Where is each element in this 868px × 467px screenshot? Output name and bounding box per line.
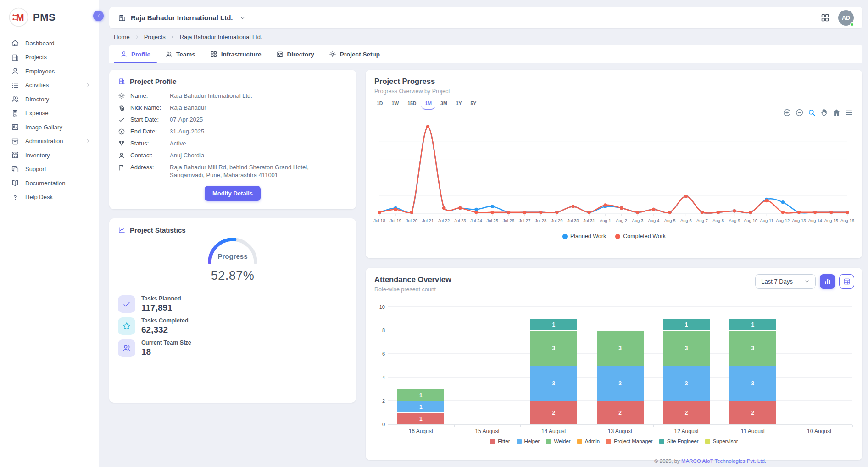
breadcrumb-item-raja-bahadur-international-ltd: Raja Bahadur International Ltd. — [180, 33, 262, 40]
legend-completed-work[interactable]: Completed Work — [615, 233, 666, 239]
app-logo[interactable]: M PMS — [0, 0, 99, 33]
stat-value: 62,332 — [141, 325, 189, 335]
breadcrumb-item-home[interactable]: Home — [114, 33, 130, 40]
magnifier-icon[interactable] — [807, 108, 816, 117]
y-axis-label: 10 — [374, 304, 385, 310]
sidebar-item-dashboard[interactable]: Dashboard — [0, 36, 99, 50]
sidebar-item-employees[interactable]: Employees — [0, 64, 99, 78]
bar-view-toggle[interactable] — [820, 274, 835, 289]
y-axis-label: 4 — [374, 375, 385, 380]
apps-grid-icon[interactable] — [820, 13, 830, 22]
legend-fitter[interactable]: Fitter — [490, 439, 510, 444]
tab-profile[interactable]: Profile — [113, 45, 158, 63]
range-button-1y[interactable]: 1Y — [452, 99, 466, 110]
sidebar-collapse-button[interactable] — [93, 11, 104, 21]
building-icon — [11, 53, 19, 61]
range-button-3m[interactable]: 3M — [437, 99, 451, 110]
legend-site-engineer[interactable]: Site Engineer — [659, 439, 699, 444]
svg-text:Jul 29: Jul 29 — [551, 218, 562, 223]
range-button-1d[interactable]: 1D — [373, 99, 386, 110]
svg-text:Jul 27: Jul 27 — [519, 218, 530, 223]
app-name: PMS — [33, 11, 56, 23]
sidebar-item-directory[interactable]: Directory — [0, 92, 99, 106]
gauge-label: Progress — [204, 252, 261, 260]
bar-chart-legend: FitterHelperWelderAdminProject ManagerSi… — [366, 439, 862, 444]
sidebar-item-inventory[interactable]: Inventory — [0, 148, 99, 162]
svg-text:Jul 28: Jul 28 — [535, 218, 546, 223]
star-icon — [118, 317, 135, 335]
progress-gauge: Progress 52.87% — [109, 235, 356, 283]
y-axis-label: 0 — [374, 422, 385, 427]
tab-teams[interactable]: Teams — [158, 45, 203, 63]
field-label: Address: — [130, 164, 165, 172]
profile-field-contact: Contact:Anuj Chordia — [118, 152, 347, 160]
table-view-toggle[interactable] — [839, 274, 854, 289]
field-value: Raja Bahadur International Ltd. — [170, 92, 252, 100]
sidebar-item-expense[interactable]: Expense — [0, 106, 99, 121]
hand-icon[interactable] — [820, 108, 829, 117]
legend-project-manager[interactable]: Project Manager — [606, 439, 652, 444]
bar-segment-helper: 3 — [530, 366, 577, 401]
sidebar: M PMS DashboardProjectsEmployeesActiviti… — [0, 0, 99, 467]
breadcrumb-item-projects[interactable]: Projects — [144, 33, 166, 40]
svg-text:Aug 6: Aug 6 — [680, 218, 692, 223]
list-icon — [11, 81, 19, 89]
user-avatar[interactable]: AD — [838, 10, 854, 26]
stat-value: 117,891 — [141, 303, 181, 313]
menu-icon[interactable] — [845, 108, 853, 117]
svg-text:Aug 14: Aug 14 — [808, 218, 822, 223]
modify-details-button[interactable]: Modify Details — [205, 186, 261, 201]
sidebar-item-projects[interactable]: Projects — [0, 50, 99, 65]
tab-project-setup[interactable]: Project Setup — [322, 45, 387, 63]
bar-segment-helper: 1 — [397, 401, 444, 413]
sidebar-item-label: Employees — [25, 68, 55, 75]
range-button-15d[interactable]: 15D — [404, 99, 420, 110]
zoom-out-icon[interactable] — [795, 108, 804, 117]
stat-label: Tasks Completed — [141, 317, 189, 324]
svg-text:Aug 8: Aug 8 — [712, 218, 724, 223]
y-axis-label: 6 — [374, 351, 385, 356]
bar-x-axis: 16 August15 August14 August13 August12 A… — [388, 428, 852, 434]
footer-company-link[interactable]: MARCO AIoT Technologies Pvt. Ltd. — [681, 458, 766, 464]
fingerprint-icon — [118, 104, 125, 111]
sidebar-item-documentation[interactable]: Documentation — [0, 176, 99, 190]
bar-segment-helper: 3 — [597, 366, 644, 401]
sidebar-item-administration[interactable]: Administration — [0, 134, 99, 149]
range-button-5y[interactable]: 5Y — [467, 99, 480, 110]
range-button-1w[interactable]: 1W — [388, 99, 402, 110]
bar-segment-welder: 3 — [530, 331, 577, 366]
range-select[interactable]: Last 7 Days — [755, 274, 816, 289]
legend-supervisor[interactable]: Supervisor — [705, 439, 738, 444]
users-icon — [11, 95, 19, 103]
svg-text:Jul 31: Jul 31 — [584, 218, 595, 223]
sidebar-item-activities[interactable]: Activities — [0, 78, 99, 93]
sidebar-item-image-gallary[interactable]: Image Gallary — [0, 120, 99, 134]
sidebar-item-help-desk[interactable]: Help Desk — [0, 190, 99, 205]
users-icon — [118, 339, 135, 357]
y-axis-label: 8 — [374, 328, 385, 333]
flag-icon — [118, 164, 125, 171]
field-value: Raja Bahadur — [170, 104, 206, 112]
building-icon — [118, 78, 126, 85]
tab-infrastructure[interactable]: Infrastructure — [203, 45, 269, 63]
breadcrumb: HomeProjectsRaja Bahadur International L… — [114, 33, 262, 40]
time-range-selector: 1D1W15D1M3M1Y5Y — [373, 99, 480, 110]
bar-segment-fitter: 2 — [530, 401, 577, 424]
field-label: Name: — [130, 92, 165, 100]
company-selector[interactable]: Raja Bahadur International Ltd. — [118, 14, 246, 22]
legend-welder[interactable]: Welder — [546, 439, 570, 444]
range-button-1m[interactable]: 1M — [421, 99, 435, 110]
bar-segment-fitter: 2 — [663, 401, 710, 424]
home-solid-icon[interactable] — [832, 108, 841, 117]
bar-segment-helper: 3 — [663, 366, 710, 401]
zoom-in-icon[interactable] — [783, 108, 791, 117]
legend-helper[interactable]: Helper — [517, 439, 540, 444]
legend-admin[interactable]: Admin — [577, 439, 600, 444]
sidebar-item-support[interactable]: Support — [0, 162, 99, 177]
legend-planned-work[interactable]: Planned Work — [562, 233, 606, 239]
profile-field-address: Address:Raja Bahadur Mill Rd, behind She… — [118, 164, 347, 179]
field-value: 31-Aug-2025 — [170, 128, 204, 136]
company-name: Raja Bahadur International Ltd. — [131, 14, 233, 22]
tab-directory[interactable]: Directory — [269, 45, 322, 63]
sidebar-item-label: Support — [25, 166, 46, 172]
